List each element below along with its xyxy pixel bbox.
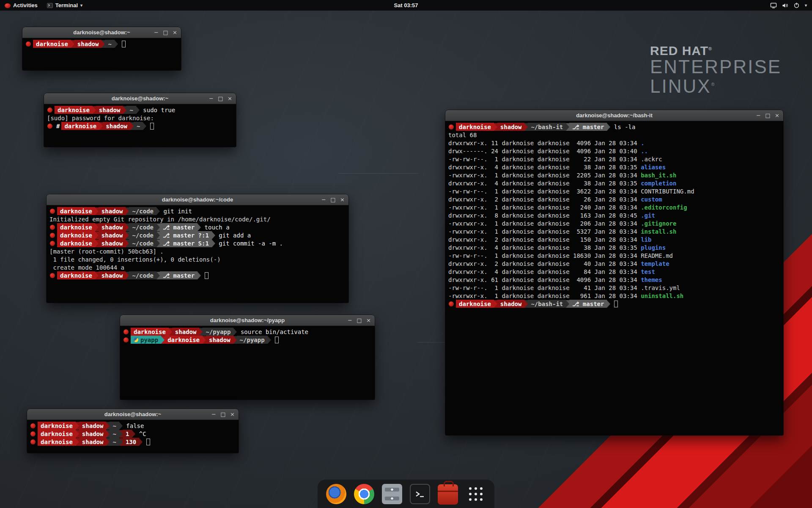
prompt-segment-host: shadow — [172, 328, 200, 336]
powerline-arrow — [119, 438, 123, 446]
clock[interactable]: Sat 03:57 — [390, 0, 422, 11]
file-name: test — [641, 268, 655, 275]
app-menu-terminal[interactable]: Terminal ▾ — [42, 0, 87, 11]
output-text: drwxrwxr-x. 11 darknoise darknoise 4096 … — [448, 140, 641, 146]
close-button[interactable]: × — [229, 411, 236, 418]
powerline-arrow — [95, 232, 99, 239]
prompt-segment-git: ⎇ master — [160, 271, 198, 279]
terminal-line: #darknoiseshadow~ — [47, 122, 233, 130]
close-button[interactable]: × — [171, 29, 178, 36]
firefox-icon[interactable] — [326, 484, 346, 504]
powerline-arrow — [71, 40, 74, 48]
minimize-button[interactable]: − — [210, 411, 217, 418]
maximize-button[interactable]: □ — [764, 112, 771, 119]
terminal-line: darknoiseshadow~/code⎇ master — [49, 271, 346, 279]
window-title: darknoise@shadow:~/pyapp — [210, 317, 285, 323]
output-text: -rw-rw-r--. 1 darknoise darknoise 41 Jan… — [448, 284, 641, 291]
powerline-arrow — [136, 106, 140, 114]
file-name: themes — [641, 276, 662, 283]
minimize-button[interactable]: − — [153, 29, 160, 36]
terminal-content[interactable]: darknoiseshadow~ falsedarknoiseshadow~1 … — [27, 420, 239, 447]
maximize-button[interactable]: □ — [356, 317, 363, 324]
window-titlebar[interactable]: darknoise@shadow:~/code − □ × — [47, 194, 348, 205]
prompt-segment-path: ~/code — [129, 271, 156, 279]
chevron-down-icon: ▾ — [805, 3, 807, 8]
file-name: . — [641, 140, 644, 146]
prompt-segment-host: shadow — [99, 223, 126, 231]
window-titlebar[interactable]: darknoise@shadow:~/bash-it − □ × — [445, 110, 783, 121]
terminal-line: drwxrwxr-x. 4 darknoise darknoise 38 Jan… — [448, 179, 780, 187]
output-text: drwxrwxr-x. 4 darknoise darknoise 84 Jan… — [448, 268, 641, 275]
minimize-button[interactable]: − — [755, 112, 762, 119]
output-text: Initialized empty Git repository in /hom… — [49, 216, 271, 223]
terminal-line: -rwxrwxr-x. 1 darknoise darknoise 961 Ja… — [448, 292, 780, 300]
terminal-line: create mode 100644 a — [49, 263, 346, 271]
top-bar: Activities Terminal ▾ Sat 03:57 — [0, 0, 812, 11]
powerline-arrow — [119, 422, 123, 430]
terminal-line: -rw-rw-r--. 1 darknoise darknoise 41 Jan… — [448, 284, 780, 292]
output-text: total 68 — [448, 132, 477, 138]
powerline-arrow — [566, 123, 569, 131]
powerline-arrow — [95, 207, 99, 215]
prompt-segment-path: ~ — [134, 122, 143, 130]
files-icon[interactable] — [382, 484, 402, 504]
prompt-segment-host: shadow — [497, 300, 525, 308]
minimize-button[interactable]: − — [320, 196, 327, 203]
window-titlebar[interactable]: darknoise@shadow:~ − □ × — [22, 27, 181, 38]
output-text: -rwxrwxr-x. 1 darknoise darknoise 961 Ja… — [448, 293, 641, 299]
maximize-button[interactable]: □ — [162, 29, 169, 36]
powerline-arrow — [494, 300, 497, 308]
terminal-content[interactable]: darknoiseshadow~ — [22, 38, 181, 50]
powerline-arrow — [95, 240, 99, 247]
terminal-content[interactable]: darknoiseshadow~/pyapp source bin/activa… — [120, 326, 375, 345]
prompt-segment-path: ~/pyapp — [203, 328, 233, 336]
terminal-prompt-glyph — [414, 489, 426, 500]
file-name: aliases — [641, 164, 666, 171]
prompt-segment-path: ~/code — [129, 223, 156, 231]
terminal-line: -rw-rw-r--. 1 darknoise darknoise 18630 … — [448, 251, 780, 260]
window-titlebar[interactable]: darknoise@shadow:~ − □ × — [27, 409, 239, 420]
powerline-arrow — [156, 207, 160, 215]
output-text: -rwxrwxr-x. 1 darknoise darknoise 2205 J… — [448, 172, 641, 179]
output-text: -rw-rw-r--. 1 darknoise darknoise 22 Jan… — [448, 156, 641, 163]
system-status-area[interactable]: ▾ — [765, 0, 812, 11]
window-title: darknoise@shadow:~/code — [162, 196, 233, 203]
file-name: .travis.yml — [641, 284, 680, 291]
terminal-content[interactable]: darknoiseshadow~/code git initInitialize… — [47, 205, 348, 281]
prompt-segment-git: ⎇ master S:1 — [160, 239, 212, 247]
close-button[interactable]: × — [226, 95, 233, 102]
maximize-button[interactable]: □ — [217, 95, 224, 102]
redhat-prompt-icon — [50, 209, 55, 214]
maximize-button[interactable]: □ — [219, 411, 227, 418]
close-button[interactable]: × — [339, 196, 346, 203]
output-text: drwxrwxr-x. 2 darknoise darknoise 40 Jan… — [448, 260, 641, 267]
close-button[interactable]: × — [365, 317, 372, 324]
terminal-content[interactable]: darknoiseshadow~ sudo true[sudo] passwor… — [44, 104, 236, 132]
terminal-content[interactable]: darknoiseshadow~/bash-it⎇ master ls -lat… — [445, 121, 783, 309]
output-text: -rwxrwxr-x. 1 darknoise darknoise 240 Ja… — [448, 204, 641, 211]
terminal-cursor — [205, 272, 208, 279]
wallpaper-trace-line — [338, 173, 419, 174]
terminal-line: pyappdarknoiseshadow~/pyapp — [123, 336, 372, 344]
maximize-button[interactable]: □ — [329, 196, 337, 203]
redhat-prompt-icon — [26, 41, 31, 47]
chrome-icon[interactable] — [354, 484, 374, 504]
minimize-button[interactable]: − — [208, 95, 215, 102]
terminal-line: darknoiseshadow~/code⎇ master touch a — [49, 223, 346, 231]
file-name: .gitignore — [641, 220, 676, 227]
minimize-button[interactable]: − — [346, 317, 354, 324]
power-icon — [793, 2, 800, 8]
close-button[interactable]: × — [774, 112, 781, 119]
toolbox-icon[interactable] — [438, 484, 458, 505]
activities-button[interactable]: Activities — [0, 0, 42, 11]
terminal-cursor — [614, 301, 618, 307]
prompt-segment-host: shadow — [497, 123, 525, 131]
redhat-prompt-icon — [30, 423, 36, 428]
window-titlebar[interactable]: darknoise@shadow:~ − □ × — [44, 93, 236, 104]
window-titlebar[interactable]: darknoise@shadow:~/pyapp − □ × — [120, 315, 375, 326]
powerline-arrow — [76, 430, 79, 438]
terminal-icon[interactable] — [410, 484, 430, 504]
terminal-line: drwxrwxr-x. 8 darknoise darknoise 163 Ja… — [448, 211, 780, 219]
app-grid-icon[interactable] — [466, 484, 486, 504]
powerline-arrow — [198, 224, 201, 231]
